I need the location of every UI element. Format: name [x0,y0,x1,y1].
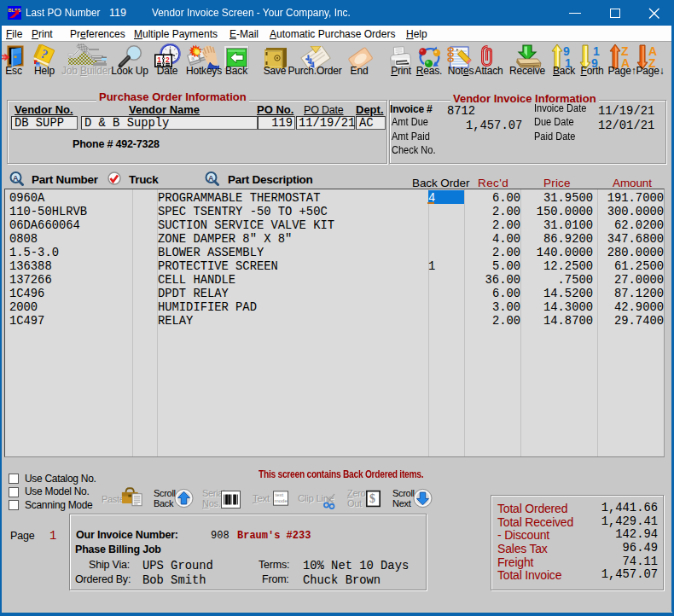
svg-text:mode: mode [275,498,288,503]
svg-text:1: 1 [157,55,161,64]
svg-text:text: text [276,492,284,497]
svg-text:BLSS: BLSS [9,7,21,13]
svg-text:2: 2 [166,55,170,64]
svg-text:$: $ [369,492,375,505]
svg-text:A: A [13,174,19,183]
svg-text:A: A [208,174,214,183]
